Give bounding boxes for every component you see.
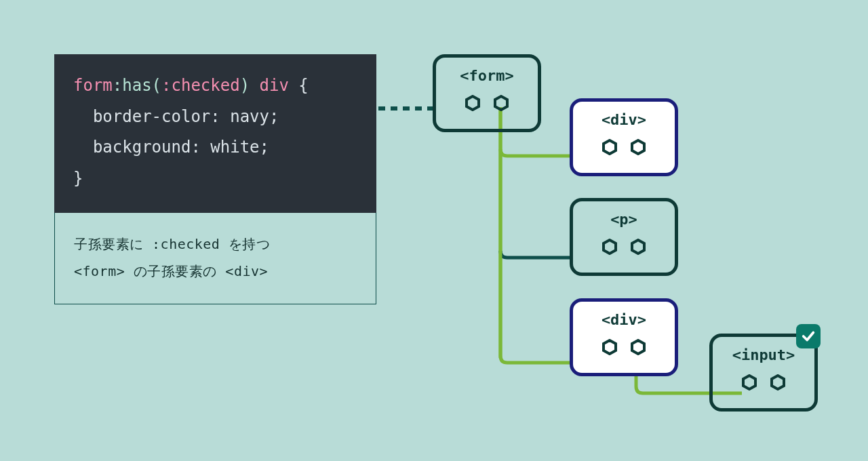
node-p: <p> [570, 198, 678, 276]
svg-marker-9 [632, 340, 644, 354]
ports [741, 374, 786, 390]
svg-marker-5 [632, 140, 644, 154]
ports [465, 95, 509, 111]
port-in-icon [601, 239, 618, 255]
explain-line-1: 子孫要素に :checked を持つ [74, 230, 357, 258]
port-out-icon [493, 95, 509, 111]
ports [601, 239, 646, 255]
node-div-1: <div> [570, 98, 678, 176]
checked-badge-icon [796, 324, 821, 348]
svg-marker-3 [495, 96, 507, 110]
node-label: <form> [460, 67, 513, 84]
port-out-icon [770, 374, 786, 390]
svg-marker-11 [772, 376, 784, 389]
port-out-icon [630, 239, 646, 255]
css-example-panel: form:has(:checked) div { border-color: n… [54, 54, 376, 304]
node-form: <form> [433, 54, 541, 132]
svg-marker-10 [743, 376, 755, 389]
svg-marker-2 [467, 96, 479, 110]
node-label: <p> [610, 211, 637, 228]
node-label: <div> [601, 311, 646, 328]
explain-line-2: <form> の子孫要素の <div> [74, 258, 357, 285]
svg-marker-8 [604, 340, 616, 354]
svg-marker-4 [604, 140, 616, 154]
port-out-icon [630, 139, 646, 155]
port-in-icon [601, 339, 618, 355]
node-div-2: <div> [570, 298, 678, 376]
svg-marker-7 [632, 240, 644, 254]
node-label: <input> [732, 346, 795, 363]
port-in-icon [465, 95, 481, 111]
svg-marker-6 [604, 240, 616, 254]
port-in-icon [601, 139, 618, 155]
code-block: form:has(:checked) div { border-color: n… [54, 54, 376, 213]
port-out-icon [630, 339, 646, 355]
dom-tree-diagram: <form> <div> <p> <div> <input> [380, 47, 854, 427]
ports [601, 339, 646, 355]
explanation: 子孫要素に :checked を持つ <form> の子孫要素の <div> [54, 213, 376, 304]
node-label: <div> [601, 111, 646, 128]
ports [601, 139, 646, 155]
port-in-icon [741, 374, 757, 390]
